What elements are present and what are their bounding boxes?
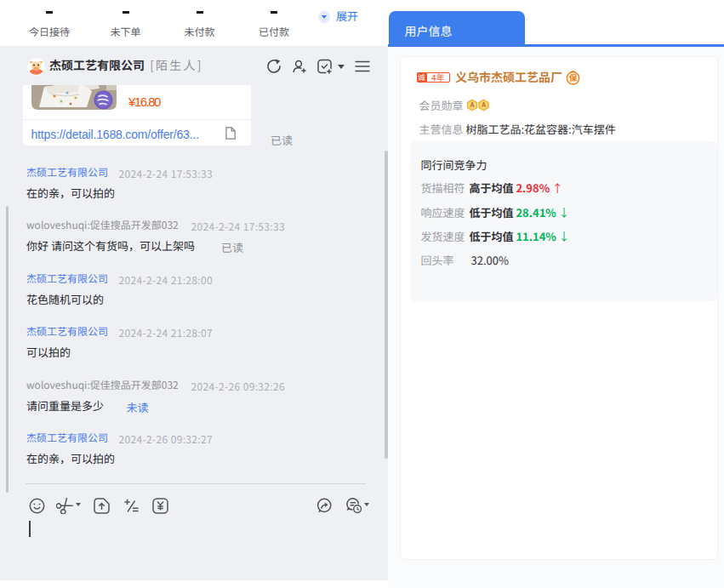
svg-text:A: A: [469, 100, 475, 109]
svg-text:保: 保: [568, 71, 577, 83]
svg-text:A: A: [481, 100, 487, 109]
